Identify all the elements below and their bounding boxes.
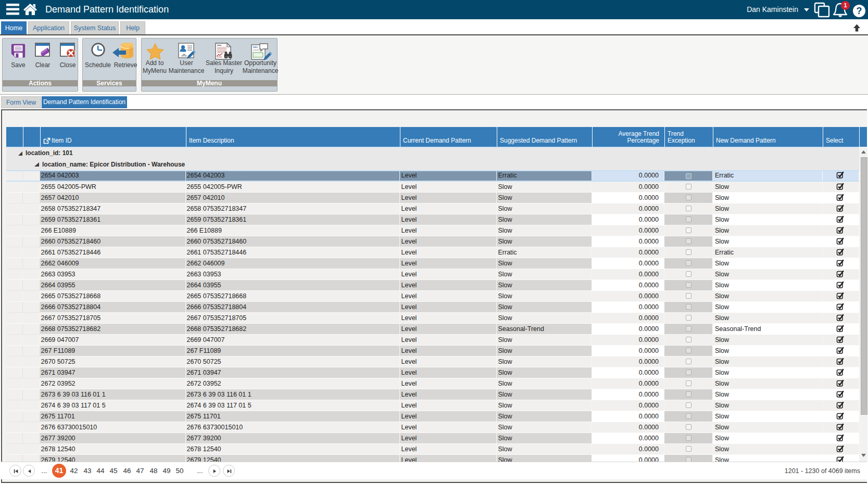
svg-text:MAIL: MAIL <box>253 46 258 48</box>
